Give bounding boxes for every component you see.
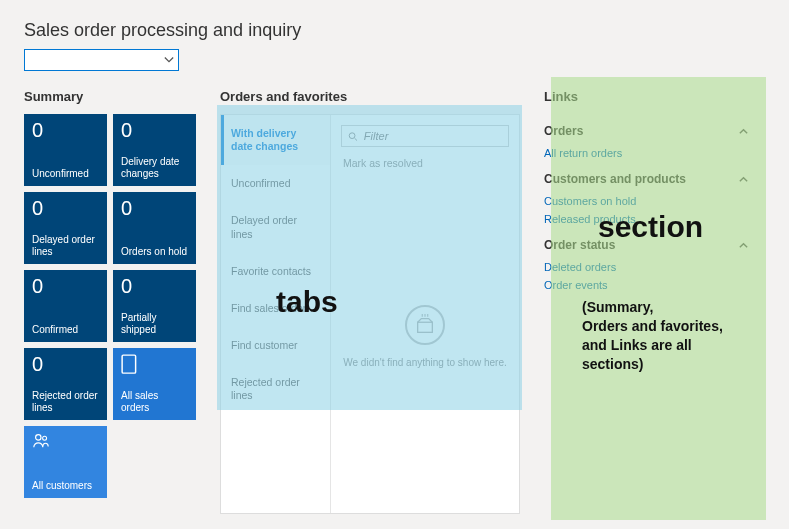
people-icon (32, 432, 50, 454)
mark-as-resolved-link[interactable]: Mark as resolved (343, 157, 507, 169)
link-group-order-status[interactable]: Order status (544, 228, 749, 258)
tile-count: 0 (32, 198, 99, 218)
tile-count: 0 (121, 276, 188, 296)
links-section: Links Orders All return orders Customers… (544, 89, 749, 294)
tile-label: All customers (32, 480, 99, 492)
tab-unconfirmed[interactable]: Unconfirmed (221, 165, 330, 202)
svg-point-2 (43, 436, 47, 440)
tile-label: Delayed order lines (32, 234, 99, 258)
svg-rect-0 (122, 355, 136, 373)
page-title: Sales order processing and inquiry (24, 20, 765, 41)
chevron-up-icon (738, 126, 749, 137)
tile-delivery-date-changes[interactable]: 0 Delivery date changes (113, 114, 196, 186)
link-all-return-orders[interactable]: All return orders (544, 144, 749, 162)
link-group-title: Orders (544, 124, 583, 138)
summary-header: Summary (24, 89, 196, 104)
chevron-up-icon (738, 240, 749, 251)
document-icon (121, 354, 139, 376)
tile-delayed-order-lines[interactable]: 0 Delayed order lines (24, 192, 107, 264)
svg-line-4 (355, 138, 357, 140)
tile-confirmed[interactable]: 0 Confirmed (24, 270, 107, 342)
empty-state: We didn't find anything to show here. (341, 169, 509, 503)
filter-field[interactable] (341, 125, 509, 147)
chevron-down-icon (164, 55, 174, 65)
tab-rejected-order-lines[interactable]: Rejected order lines (221, 364, 330, 414)
tile-label: Orders on hold (121, 246, 188, 258)
svg-rect-5 (418, 322, 433, 332)
tab-delayed-order-lines[interactable]: Delayed order lines (221, 202, 330, 252)
search-icon (348, 131, 358, 142)
tab-favorite-contacts[interactable]: Favorite contacts (221, 253, 330, 290)
tile-partially-shipped[interactable]: 0 Partially shipped (113, 270, 196, 342)
summary-section: Summary 0 Unconfirmed 0 Delivery date ch… (24, 89, 196, 504)
svg-point-1 (36, 435, 41, 440)
tab-find-customer[interactable]: Find customer (221, 327, 330, 364)
tile-count: 0 (121, 198, 188, 218)
link-group-orders[interactable]: Orders (544, 114, 749, 144)
vertical-tabs: With delivery date changes Unconfirmed D… (221, 115, 331, 513)
svg-point-3 (349, 132, 355, 138)
tile-label: Partially shipped (121, 312, 188, 336)
tile-count: 0 (32, 276, 99, 296)
tile-label: Rejected order lines (32, 390, 99, 414)
empty-icon (405, 305, 445, 345)
tile-rejected-order-lines[interactable]: 0 Rejected order lines (24, 348, 107, 420)
tab-find-sales-order[interactable]: Find sales order (221, 290, 330, 327)
scope-dropdown[interactable] (24, 49, 179, 71)
tile-label: Unconfirmed (32, 168, 99, 180)
orders-favorites-header: Orders and favorites (220, 89, 520, 104)
tile-unconfirmed[interactable]: 0 Unconfirmed (24, 114, 107, 186)
empty-text: We didn't find anything to show here. (343, 357, 507, 368)
tile-orders-on-hold[interactable]: 0 Orders on hold (113, 192, 196, 264)
tile-count: 0 (32, 354, 99, 374)
tile-all-customers[interactable]: All customers (24, 426, 107, 498)
chevron-up-icon (738, 174, 749, 185)
tile-label: All sales orders (121, 390, 188, 414)
tile-count: 0 (32, 120, 99, 140)
tile-count: 0 (121, 120, 188, 140)
links-header: Links (544, 89, 749, 104)
tile-all-sales-orders[interactable]: All sales orders (113, 348, 196, 420)
tile-label: Delivery date changes (121, 156, 188, 180)
tile-label: Confirmed (32, 324, 99, 336)
orders-favorites-section: Orders and favorites With delivery date … (220, 89, 520, 514)
link-group-customers-products[interactable]: Customers and products (544, 162, 749, 192)
link-group-title: Order status (544, 238, 615, 252)
link-order-events[interactable]: Order events (544, 276, 749, 294)
tab-with-delivery-date-changes[interactable]: With delivery date changes (221, 115, 330, 165)
link-deleted-orders[interactable]: Deleted orders (544, 258, 749, 276)
link-released-products[interactable]: Released products (544, 210, 749, 228)
link-group-title: Customers and products (544, 172, 686, 186)
link-customers-on-hold[interactable]: Customers on hold (544, 192, 749, 210)
filter-input[interactable] (364, 130, 502, 142)
